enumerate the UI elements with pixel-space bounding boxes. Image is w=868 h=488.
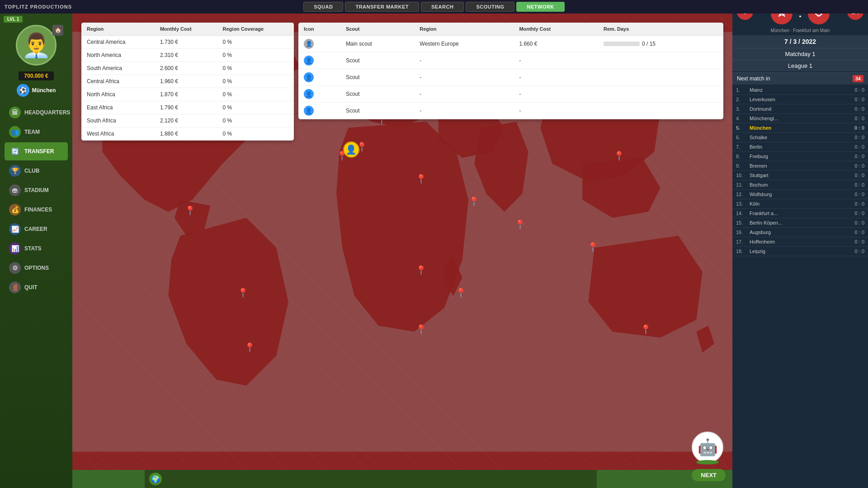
league-score: 0 : 0 — [849, 239, 864, 244]
sidebar-item-team[interactable]: 👥 TEAM — [5, 123, 68, 141]
map-pin-south-africa[interactable]: 📍 — [415, 324, 427, 335]
region-coverage: 0 % — [217, 127, 294, 141]
league-table-row[interactable]: 9. Bremen 0 : 0 — [732, 161, 868, 171]
map-pin-middle-east[interactable]: 📍 — [468, 196, 480, 207]
map-pin-east-asia[interactable]: 📍 — [613, 150, 625, 161]
league-table-row[interactable]: 5. München 0 : 0 — [732, 123, 868, 133]
region-coverage: 0 % — [217, 114, 294, 127]
region-table-row[interactable]: South Africa 2.120 € 0 % — [81, 114, 294, 127]
right-panel: 5 ⚔ : 🛡 14 München · Frankfurt am Main 7… — [732, 0, 868, 488]
league-table-row[interactable]: 7. Berlin 0 : 0 — [732, 142, 868, 152]
league-table-row[interactable]: 16. Augsburg 0 : 0 — [732, 228, 868, 237]
league-table-row[interactable]: 2. Leverkusen 0 : 0 — [732, 95, 868, 104]
league-table-row[interactable]: 17. Hoffenheim 0 : 0 — [732, 237, 868, 247]
league-team-name: Dortmund — [750, 106, 849, 112]
league-score: 0 : 0 — [849, 116, 864, 121]
sidebar-item-transfer[interactable]: 🔄 TRANSFER — [5, 142, 68, 160]
league-team-name: Freiburg — [750, 154, 849, 159]
sidebar-item-finances[interactable]: 💰 FINANCES — [5, 201, 68, 219]
sidebar-item-stadium[interactable]: 🏟 STADIUM — [5, 181, 68, 199]
tab-squad[interactable]: SQUAD — [303, 2, 343, 12]
next-button[interactable]: NEXT — [692, 469, 726, 481]
league-table-row[interactable]: 18. Leipzig 0 : 0 — [732, 247, 868, 256]
league-table-row[interactable]: 12. Wolfsburg 0 : 0 — [732, 190, 868, 199]
map-pin-africa[interactable]: 📍 — [415, 265, 427, 276]
scout-name: Scout — [340, 86, 414, 103]
region-cost: 2.600 € — [155, 62, 217, 75]
scout-table-row[interactable]: 👤 Scout - - — [298, 69, 723, 86]
map-pin-australia[interactable]: 📍 — [640, 324, 651, 335]
scout-table-row[interactable]: 👤 Scout - - — [298, 52, 723, 69]
scout-table-row[interactable]: 👤 Main scout Western Europe 1.660 € 0 / … — [298, 36, 723, 52]
scout-table-row[interactable]: 👤 Scout - - — [298, 86, 723, 103]
league-table-row[interactable]: 13. Köln 0 : 0 — [732, 199, 868, 209]
map-pin-east-europe[interactable]: 📍 — [415, 174, 427, 184]
league-table-row[interactable]: 6. Schalke 0 : 0 — [732, 133, 868, 142]
scout-region: - — [414, 86, 514, 103]
tab-scouting[interactable]: SCOUTING — [466, 2, 514, 12]
scout-icon: 👤 — [298, 103, 340, 119]
league-team-name: Leipzig — [750, 249, 849, 254]
club-badge-icon: ⚽ — [17, 84, 29, 97]
tab-search[interactable]: SEARCH — [421, 2, 464, 12]
club-name: München — [32, 87, 56, 94]
league-pos: 17. — [736, 239, 750, 244]
scout-pin-main[interactable]: 👤 — [343, 141, 359, 158]
scout-rem-days — [598, 69, 723, 86]
region-table-row[interactable]: Central Africa 1.960 € 0 % — [81, 75, 294, 88]
league-pos: 5. — [736, 125, 750, 131]
next-match-label: Next match in — [737, 75, 770, 82]
region-table-row[interactable]: West Africa 1.880 € 0 % — [81, 127, 294, 141]
league-pos: 10. — [736, 173, 750, 178]
league-table-row[interactable]: 11. Bochum 0 : 0 — [732, 180, 868, 190]
region-coverage: 0 % — [217, 49, 294, 62]
league-team-name: Stuttgart — [750, 173, 849, 178]
league-score: 0 : 0 — [849, 163, 864, 169]
league-table-row[interactable]: 1. Mainz 0 : 0 — [732, 85, 868, 95]
region-name: South Africa — [81, 114, 155, 127]
league-pos: 4. — [736, 116, 750, 121]
region-table-row[interactable]: Central America 1.730 € 0 % — [81, 36, 294, 49]
sidebar-item-career[interactable]: 📈 CAREER — [5, 220, 68, 238]
manager-icon-button[interactable]: 🏠 — [52, 25, 63, 36]
scout-name: Scout — [340, 69, 414, 86]
region-table-row[interactable]: North Africa 1.870 € 0 % — [81, 88, 294, 101]
league-pos: 1. — [736, 87, 750, 93]
map-pin-south-america2[interactable]: 📍 — [244, 342, 255, 353]
league-table-row[interactable]: 3. Dortmund 0 : 0 — [732, 104, 868, 114]
coverage-col-header: Region Coverage — [217, 23, 294, 36]
map-pin-east-africa[interactable]: 📍 — [455, 287, 467, 298]
league-team-name: Berlin — [750, 144, 849, 150]
league-team-name: Wolfsburg — [750, 192, 849, 197]
region-table-row[interactable]: South America 2.600 € 0 % — [81, 62, 294, 75]
sidebar-item-club[interactable]: 🏆 CLUB — [5, 162, 68, 180]
league-pos: 16. — [736, 230, 750, 235]
region-table-row[interactable]: East Africa 1.790 € 0 % — [81, 101, 294, 114]
league-pos: 13. — [736, 201, 750, 206]
league-table-row[interactable]: 8. Freiburg 0 : 0 — [732, 152, 868, 161]
sidebar-item-stats[interactable]: 📊 STATS — [5, 239, 68, 258]
league-table-row[interactable]: 10. Stuttgart 0 : 0 — [732, 171, 868, 180]
region-table-row[interactable]: North America 2.310 € 0 % — [81, 49, 294, 62]
sidebar-item-quit[interactable]: 🚪 QUIT — [5, 278, 68, 296]
map-pin-southeast-asia[interactable]: 📍 — [587, 242, 599, 253]
sidebar-item-headquarters[interactable]: 🏛 HEADQUARTERS — [5, 103, 68, 122]
region-name: East Africa — [81, 101, 155, 114]
tab-transfer-market[interactable]: TRANSFER MARKET — [345, 2, 419, 12]
map-pin-india[interactable]: 📍 — [514, 219, 526, 230]
league-score: 0 : 0 — [849, 230, 864, 235]
league-table-row[interactable]: 14. Frankfurt a... 0 : 0 — [732, 209, 868, 218]
league-team-name: Bremen — [750, 163, 849, 169]
league-table-row[interactable]: 15. Berlin Köpen... 0 : 0 — [732, 218, 868, 228]
scout-table-row[interactable]: 👤 Scout - - — [298, 103, 723, 119]
sidebar-item-options[interactable]: ⚙ OPTIONS — [5, 259, 68, 277]
map-pin-south-america[interactable]: 📍 — [237, 287, 249, 298]
globe-button[interactable]: 🌍 — [149, 473, 162, 485]
map-pin-central-america[interactable]: 📍 — [184, 205, 196, 216]
league-score: 0 : 0 — [849, 182, 864, 188]
league-table-row[interactable]: 4. Mönchengl... 0 : 0 — [732, 114, 868, 123]
tab-network[interactable]: NETWORK — [516, 2, 564, 12]
scout-avatar-pin: 👤 — [343, 141, 359, 158]
league-display: League 1 — [732, 60, 868, 71]
league-team-name: Mainz — [750, 87, 849, 93]
